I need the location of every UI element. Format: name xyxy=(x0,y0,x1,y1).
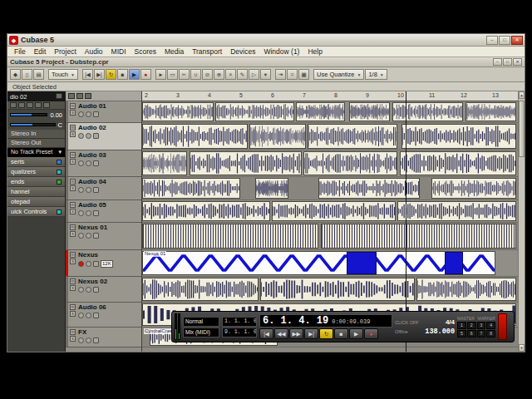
mute-button[interactable]: m xyxy=(70,202,76,208)
right-locator-display[interactable]: 9. 1. 1. 0 xyxy=(222,328,257,337)
audio-event-bluewave[interactable] xyxy=(142,251,495,275)
tp-cycle-button[interactable]: ↻ xyxy=(319,328,333,339)
title-bar[interactable]: ◆ Cubase 5 –□✕ xyxy=(7,34,525,47)
track-list-filter-icon[interactable] xyxy=(76,93,83,99)
mute-button[interactable]: m xyxy=(70,304,76,310)
inspector-section-otepad[interactable]: otepad xyxy=(7,197,65,207)
scroll-up-icon[interactable]: ▲ xyxy=(519,91,525,99)
track-row-nexus[interactable]: msNexus12K xyxy=(66,250,141,277)
time-signature-display[interactable]: 4/4 xyxy=(446,318,455,326)
vertical-scrollbar[interactable]: ▲ ▼ xyxy=(518,91,525,352)
pan-value[interactable]: C xyxy=(58,121,62,129)
write-automation-icon[interactable] xyxy=(35,102,42,108)
monitor-button[interactable] xyxy=(86,111,91,117)
grid-type-select[interactable]: Use Quantize▼ xyxy=(313,69,364,80)
audio-event-wave[interactable] xyxy=(142,201,270,221)
zoom-tool[interactable]: ⊕ xyxy=(214,69,224,80)
solo-button[interactable]: s xyxy=(70,209,76,214)
edit-channel-button[interactable] xyxy=(93,261,99,267)
record-enable-button[interactable] xyxy=(78,187,84,193)
volume-value[interactable]: 0.00 xyxy=(50,111,62,119)
secondary-time-display[interactable]: 0:00:09.039 xyxy=(332,318,370,325)
menu-scores[interactable]: Scores xyxy=(131,47,160,56)
record-enable-button[interactable] xyxy=(78,313,84,318)
marker-button-5[interactable]: 5 xyxy=(457,330,466,337)
sync-status[interactable]: Offline xyxy=(395,329,408,334)
tempo-display[interactable]: 138.000 xyxy=(425,328,455,336)
track-row-fx[interactable]: msFX xyxy=(66,328,141,347)
cycle-button[interactable]: ↻ xyxy=(106,69,116,80)
audio-event-wave[interactable] xyxy=(249,124,306,149)
audio-event-wave[interactable] xyxy=(142,124,248,149)
audio-event-wave[interactable] xyxy=(142,151,187,175)
menu-help[interactable]: Help xyxy=(303,47,326,56)
record-enable-button[interactable] xyxy=(78,160,84,166)
play-tool[interactable]: ▷ xyxy=(249,69,259,80)
inspector-section-serts[interactable]: serts xyxy=(7,157,65,167)
audio-event-wave[interactable] xyxy=(255,178,289,199)
monitor-button[interactable] xyxy=(86,133,91,139)
read-automation-icon[interactable] xyxy=(27,102,33,108)
tp-forward-button[interactable]: ▶▶ xyxy=(289,328,303,339)
show-overview-button[interactable]: ▤ xyxy=(33,69,44,80)
color-tool[interactable]: ▾ xyxy=(260,69,271,80)
glue-tool[interactable]: ∪ xyxy=(190,69,201,80)
track-row-audio-03[interactable]: msAudio 03 xyxy=(66,150,141,177)
audio-event-wave[interactable] xyxy=(397,201,515,221)
record-enable-button[interactable] xyxy=(78,337,84,343)
mute-icon[interactable] xyxy=(10,102,17,108)
marker-button-1[interactable]: 1 xyxy=(457,322,466,329)
tp-record-button[interactable]: ● xyxy=(364,328,378,339)
edit-channel-button[interactable] xyxy=(93,337,99,343)
scrollbar-thumb[interactable] xyxy=(519,101,525,157)
monitor-button[interactable] xyxy=(86,160,91,166)
split-tool[interactable]: ✂ xyxy=(179,69,190,80)
audio-event-midi[interactable] xyxy=(142,224,318,249)
audio-event-filled[interactable] xyxy=(347,252,377,274)
record-enable-button[interactable] xyxy=(78,210,84,216)
edit-channel-button[interactable] xyxy=(93,133,99,139)
menu-media[interactable]: Media xyxy=(160,47,188,56)
inspector-section-hannel[interactable]: hannel xyxy=(7,187,65,197)
quantize-preset-select[interactable]: 1/8▼ xyxy=(365,69,387,80)
audio-event-wave[interactable] xyxy=(466,102,516,121)
edit-channel-button[interactable] xyxy=(93,160,99,166)
title-minimize-button[interactable]: – xyxy=(486,36,498,45)
solo-button[interactable]: s xyxy=(70,159,76,165)
audio-event-wave[interactable] xyxy=(215,102,294,121)
edit-channel-button[interactable] xyxy=(93,287,99,293)
select-tool[interactable]: ► xyxy=(155,69,166,80)
stop-button[interactable]: ■ xyxy=(117,69,128,80)
proj-close-button[interactable]: ✕ xyxy=(513,58,522,66)
audio-event-wave[interactable] xyxy=(349,102,391,121)
tp-rewind-button[interactable]: ◀◀ xyxy=(274,328,288,339)
audio-event-wave[interactable] xyxy=(431,178,516,199)
mute-button[interactable]: m xyxy=(70,252,76,258)
record-enable-button[interactable] xyxy=(78,261,84,267)
track-list-add-icon[interactable] xyxy=(85,93,91,99)
show-inspector-button[interactable]: ▯ xyxy=(22,69,32,80)
marker-button-4[interactable]: 4 xyxy=(486,322,495,329)
tp-play-button[interactable]: ▶ xyxy=(349,328,363,339)
track-row-audio-04[interactable]: msAudio 04 xyxy=(66,177,141,200)
marker-button-6[interactable]: 6 xyxy=(467,330,476,337)
mute-button[interactable]: m xyxy=(70,179,76,185)
scroll-down-icon[interactable]: ▼ xyxy=(519,344,525,352)
monitor-button[interactable] xyxy=(86,261,91,267)
left-locator-display[interactable]: 1. 1. 1. 0 xyxy=(222,317,257,327)
midi-record-mode-display[interactable]: Mix (MIDI) xyxy=(183,328,219,337)
autoscroll-button[interactable]: ⇥ xyxy=(275,69,286,80)
audio-event-midi[interactable] xyxy=(321,224,516,249)
inspector-track-header[interactable]: dio 02 xyxy=(7,91,65,101)
proj-maximize-button[interactable]: □ xyxy=(503,58,512,66)
erase-tool[interactable]: ⊘ xyxy=(202,69,213,80)
monitor-button[interactable] xyxy=(86,337,91,343)
audio-event-wave[interactable] xyxy=(142,178,240,199)
mute-tool[interactable]: × xyxy=(225,69,236,80)
solo-button[interactable]: s xyxy=(70,131,76,137)
goto-start-button[interactable]: |◀ xyxy=(82,69,93,80)
tp-stop-button[interactable]: ■ xyxy=(334,328,348,339)
mute-button[interactable]: m xyxy=(70,278,76,284)
pan-fader[interactable] xyxy=(10,123,56,126)
audio-event-wave[interactable] xyxy=(401,124,516,149)
